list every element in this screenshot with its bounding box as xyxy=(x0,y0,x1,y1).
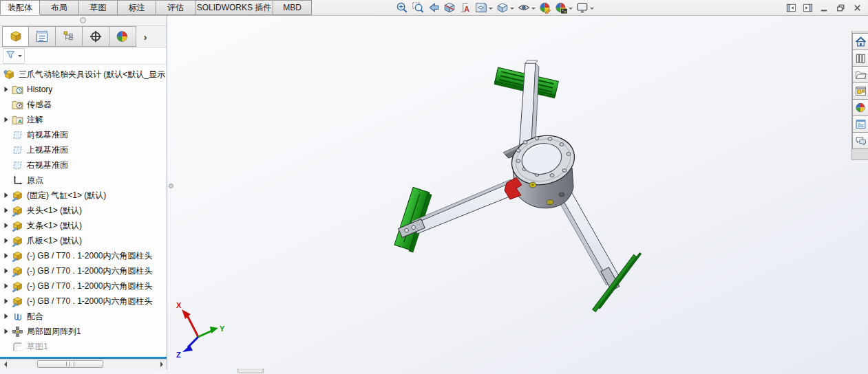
panel-tab-featuremanager[interactable] xyxy=(2,26,29,47)
collapse-pane-left-button[interactable] xyxy=(786,3,796,13)
expand-arrow[interactable] xyxy=(3,267,12,274)
filter-button[interactable] xyxy=(3,48,25,64)
ribbon-tab-mbd[interactable]: MBD xyxy=(273,0,312,15)
tree-item-label: (-) GB / T70 . 1-2000内六角圆柱头 xyxy=(27,296,153,307)
expand-arrow-icon[interactable] xyxy=(3,252,9,259)
ribbon-tab-markup[interactable]: 标注 xyxy=(118,0,156,15)
tree-item-front-plane[interactable]: 前视基准面 xyxy=(0,127,167,142)
expand-arrow[interactable] xyxy=(3,283,12,289)
expand-arrow-icon[interactable] xyxy=(3,313,9,320)
cylinder-hub[interactable] xyxy=(503,129,580,208)
tree-item-assembly-root[interactable]: 三爪气动轮胎夹具设计 (默认<默认_显示 xyxy=(0,67,167,82)
ribbon-tab-layout[interactable]: 布局 xyxy=(40,0,79,15)
panel-tab-displaymanager[interactable] xyxy=(109,26,136,47)
expand-arrow-icon[interactable] xyxy=(3,116,9,123)
tree-item-sensors[interactable]: 传感器 xyxy=(0,97,167,112)
panel-splitter-handle[interactable] xyxy=(169,184,173,188)
ribbon-tab-assembly[interactable]: 装配体 xyxy=(0,0,40,15)
expand-arrow-icon[interactable] xyxy=(3,222,9,229)
solidworks-resources-button[interactable] xyxy=(852,33,868,50)
dropdown-arrow-icon[interactable] xyxy=(590,8,594,12)
expand-arrow-icon[interactable] xyxy=(3,298,9,305)
apply-scene-button[interactable] xyxy=(555,1,573,14)
tree-item-mates[interactable]: 配合 xyxy=(0,309,167,324)
restore-button[interactable] xyxy=(836,3,846,13)
scrollbar-thumb[interactable] xyxy=(37,360,103,368)
collapse-pane-right-button[interactable] xyxy=(803,3,813,13)
expand-arrow-icon[interactable] xyxy=(3,86,9,93)
zoom-to-area-button[interactable] xyxy=(412,1,424,14)
expand-arrow-icon[interactable] xyxy=(3,328,9,335)
ribbon-tab-evaluate[interactable]: 评估 xyxy=(156,0,195,15)
file-explorer-button[interactable] xyxy=(852,66,868,83)
assembly-model[interactable] xyxy=(394,60,641,312)
panel-tab-propertymanager[interactable] xyxy=(29,26,56,47)
expand-arrow[interactable] xyxy=(3,298,12,305)
appearances-scenes-button[interactable] xyxy=(852,99,868,116)
expand-arrow[interactable] xyxy=(3,207,12,214)
zoom-to-fit-button[interactable] xyxy=(396,1,408,14)
view-palette-button[interactable] xyxy=(852,82,868,100)
dynamic-annotation-views-button[interactable]: A xyxy=(459,1,472,14)
view-orientation-button[interactable] xyxy=(475,1,493,14)
collapse-handle-icon[interactable] xyxy=(80,17,86,23)
view-settings-icon xyxy=(576,1,589,14)
tree-item-chuck-component[interactable]: 夹头<1> (默认) xyxy=(0,203,167,218)
section-view-button[interactable] xyxy=(443,1,456,14)
expand-arrow-icon[interactable] xyxy=(3,237,9,244)
tree-item-history[interactable]: History xyxy=(0,82,167,97)
display-style-button[interactable] xyxy=(496,1,514,14)
tree-item-screw-4[interactable]: (-) GB / T70 . 1-2000内六角圆柱头 xyxy=(0,294,167,309)
expand-arrow-icon[interactable] xyxy=(3,283,9,289)
panel-collapse-bar[interactable] xyxy=(0,15,167,26)
previous-view-button[interactable] xyxy=(427,1,440,14)
tree-item-top-plane[interactable]: 上视基准面 xyxy=(0,142,167,157)
panel-tabs-overflow-button[interactable]: › xyxy=(136,26,154,47)
edit-appearance-button[interactable] xyxy=(539,1,551,14)
expand-arrow[interactable] xyxy=(3,192,12,199)
tree-item-circular-pattern[interactable]: 局部圆周阵列1 xyxy=(0,324,167,339)
custom-properties-button[interactable] xyxy=(852,116,868,133)
expand-arrow[interactable] xyxy=(3,86,12,93)
expand-arrow[interactable] xyxy=(3,237,12,244)
panel-tab-configurationmanager[interactable] xyxy=(56,26,83,47)
forum-icon xyxy=(855,135,867,146)
ribbon-tab-sketch[interactable]: 草图 xyxy=(79,0,118,15)
expand-arrow-icon[interactable] xyxy=(3,267,9,274)
close-button[interactable] xyxy=(852,3,862,13)
horizontal-scrollbar[interactable] xyxy=(0,359,167,369)
tree-item-annotations[interactable]: A注解 xyxy=(0,112,167,127)
expand-arrow[interactable] xyxy=(3,252,12,259)
expand-arrow-icon[interactable] xyxy=(3,207,9,214)
scroll-right-icon[interactable] xyxy=(157,360,167,368)
tree-item-screw-3[interactable]: (-) GB / T70 . 1-2000内六角圆柱头 xyxy=(0,278,167,294)
expand-arrow[interactable] xyxy=(3,328,12,335)
pane-left-icon xyxy=(786,3,796,13)
ribbon-tab-solidworks-addins[interactable]: SOLIDWORKS 插件 xyxy=(195,0,273,15)
expand-arrow[interactable] xyxy=(3,222,12,229)
tree-item-sketch1[interactable]: 草图1 xyxy=(0,339,167,354)
design-library-button[interactable] xyxy=(852,50,868,67)
panel-tab-dimxpert[interactable] xyxy=(83,26,109,47)
tree-item-support-bar-component[interactable]: 支条<1> (默认) xyxy=(0,218,167,233)
expand-arrow[interactable] xyxy=(3,313,12,320)
dropdown-arrow-icon[interactable] xyxy=(510,8,514,12)
dropdown-arrow-icon[interactable] xyxy=(531,8,536,12)
viewport-splitter-handle[interactable] xyxy=(237,368,264,373)
hide-show-items-button[interactable] xyxy=(518,1,536,14)
expand-arrow-icon[interactable] xyxy=(3,192,9,199)
filter-dropdown-icon[interactable] xyxy=(18,55,22,59)
dropdown-arrow-icon[interactable] xyxy=(489,8,493,12)
tree-item-cylinder-component[interactable]: (固定) 气缸<1> (默认) xyxy=(0,188,167,203)
tree-item-screw-1[interactable]: (-) GB / T70 . 1-2000内六角圆柱头 xyxy=(0,248,167,263)
minimize-button[interactable] xyxy=(819,3,829,13)
tree-item-origin[interactable]: 原点 xyxy=(0,173,167,188)
solidworks-forum-button[interactable] xyxy=(852,132,868,149)
tree-item-screw-2[interactable]: (-) GB / T70 . 1-2000内六角圆柱头 xyxy=(0,263,167,278)
expand-arrow[interactable] xyxy=(3,116,12,123)
dropdown-arrow-icon[interactable] xyxy=(569,8,573,12)
view-settings-button[interactable] xyxy=(576,1,594,14)
tree-item-right-plane[interactable]: 右视基准面 xyxy=(0,157,167,173)
scroll-left-icon[interactable] xyxy=(0,360,10,368)
tree-item-claw-plate-component[interactable]: 爪板<1> (默认) xyxy=(0,233,167,248)
